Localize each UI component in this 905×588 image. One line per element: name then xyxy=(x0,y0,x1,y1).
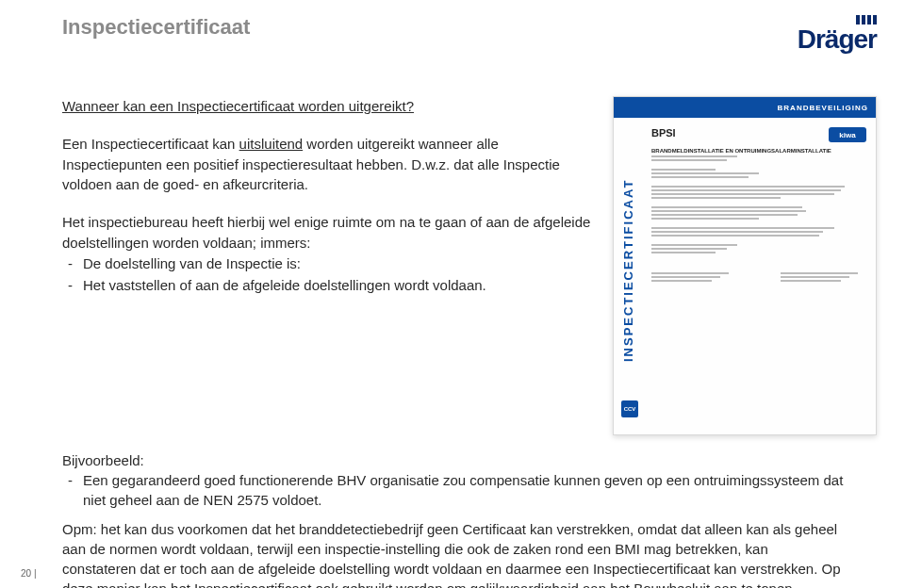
p2-bullets: De doelstelling van de Inspectie is: Het… xyxy=(62,253,596,297)
cert-body: BPSI kiwa BRANDMELDINSTALLATIE EN ONTRUI… xyxy=(614,118,876,299)
cert-top-bar: BRANDBEVEILIGING xyxy=(614,97,876,118)
bullet-item: Een gegarandeerd goed functionerende BHV… xyxy=(62,470,845,510)
example-block: Bijvoorbeeld: Een gegarandeerd goed func… xyxy=(62,450,845,510)
brand-logo: Dräger xyxy=(798,15,877,53)
lower-section: Bijvoorbeeld: Een gegarandeerd goed func… xyxy=(0,435,905,588)
text-column: Wanneer kan een Inspectiecertificaat wor… xyxy=(62,96,596,435)
cert-kiwa-logo: kiwa xyxy=(829,127,866,142)
page-number: 20 | xyxy=(21,568,37,579)
logo-text: Dräger xyxy=(798,26,877,53)
opm-paragraph: Opm: het kan dus voorkomen dat het brand… xyxy=(62,519,845,588)
header: Inspectiecertificaat Dräger xyxy=(0,0,905,62)
cert-bpsi: BPSI xyxy=(651,127,676,139)
bullet-item: Het vaststellen of aan de afgeleide doel… xyxy=(62,275,596,296)
p1-underline: uitsluitend xyxy=(239,136,304,152)
cert-side-text: INSPECTIECERTIFICAAT xyxy=(621,135,640,406)
cert-subtitle: BRANDMELDINSTALLATIE EN ONTRUIMINGSALARM… xyxy=(651,148,866,154)
p2-text: Het inspectiebureau heeft hierbij wel en… xyxy=(62,212,596,253)
example-label: Bijvoorbeeld: xyxy=(62,450,845,470)
logo-bars-icon xyxy=(856,15,877,24)
paragraph-scope: Het inspectiebureau heeft hierbij wel en… xyxy=(62,212,596,296)
example-bullets: Een gegarandeerd goed functionerende BHV… xyxy=(62,470,845,510)
section-title: Wanneer kan een Inspectiecertificaat wor… xyxy=(62,96,596,117)
content-row: Wanneer kan een Inspectiecertificaat wor… xyxy=(0,62,905,435)
p1-a: Een Inspectiecertificaat kan xyxy=(62,136,239,152)
bullet-item: De doelstelling van de Inspectie is: xyxy=(62,253,596,274)
cert-ccv-badge: CCV xyxy=(621,400,638,417)
certificate-thumbnail: BRANDBEVEILIGING INSPECTIECERTIFICAAT BP… xyxy=(613,96,877,435)
paragraph-intro: Een Inspectiecertificaat kan uitsluitend… xyxy=(62,134,596,195)
document-title: Inspectiecertificaat xyxy=(62,15,250,40)
